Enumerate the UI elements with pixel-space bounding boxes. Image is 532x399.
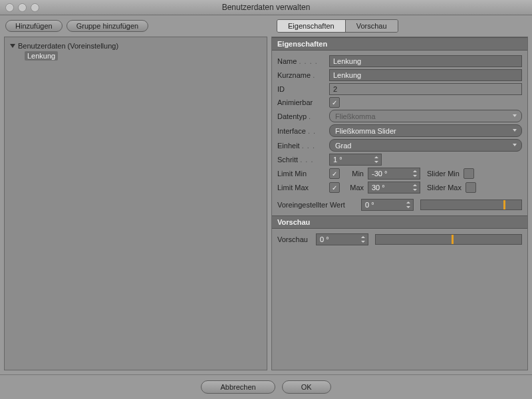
row-einheit: Einheit . . . Grad	[277, 139, 522, 152]
body: Benutzerdaten (Voreinstellung) Lenkung E…	[0, 37, 532, 374]
tree-item-label: Lenkung	[25, 51, 58, 61]
label-datentyp: Datentyp .	[277, 112, 325, 120]
id-field	[329, 83, 522, 95]
slider-max-checkbox[interactable]	[466, 182, 476, 193]
label-max: Max	[344, 184, 364, 192]
tree-panel: Benutzerdaten (Voreinstellung) Lenkung	[4, 37, 267, 370]
tab-vorschau[interactable]: Vorschau	[345, 20, 398, 32]
vorschau-slider[interactable]	[375, 234, 522, 245]
slider-min-checkbox[interactable]	[464, 168, 474, 179]
cancel-button[interactable]: Abbrechen	[201, 380, 275, 394]
max-stepper[interactable]: 30 °	[368, 182, 420, 194]
properties-panel: Eigenschaften Name . . . . Kurzname . ID	[271, 37, 528, 370]
kurzname-field[interactable]	[329, 69, 522, 81]
label-preset: Voreingestellter Wert	[277, 201, 357, 209]
tree-root[interactable]: Benutzerdaten (Voreinstellung)	[10, 41, 261, 51]
label-vorschau: Vorschau	[277, 235, 312, 243]
row-animierbar: Animierbar	[277, 97, 522, 108]
label-schritt: Schritt . . .	[277, 156, 325, 164]
row-vorschau: Vorschau 0 °	[277, 233, 522, 245]
label-slider-min: Slider Min	[427, 170, 460, 178]
row-limit-min: Limit Min Min -30 ° Slider Min	[277, 168, 522, 180]
label-interface: Interface . .	[277, 127, 325, 135]
animierbar-checkbox[interactable]	[329, 97, 340, 108]
row-limit-max: Limit Max Max 30 ° Slider Max	[277, 182, 522, 194]
vorschau-stepper[interactable]: 0 °	[316, 233, 368, 245]
schritt-stepper[interactable]: 1 °	[329, 154, 382, 166]
window: Benutzerdaten verwalten Hinzufügen Grupp…	[0, 0, 532, 399]
label-name: Name . . . .	[277, 57, 325, 65]
tree-item-lenkung[interactable]: Lenkung	[10, 51, 261, 61]
label-kurzname: Kurzname .	[277, 71, 325, 79]
datentyp-select: Fließkomma	[329, 110, 522, 122]
add-button[interactable]: Hinzufügen	[5, 20, 63, 32]
preset-slider[interactable]	[420, 200, 522, 210]
vorschau-slider-handle[interactable]	[452, 235, 454, 244]
label-slider-max: Slider Max	[427, 184, 462, 192]
row-schritt: Schritt . . . 1 °	[277, 154, 522, 166]
titlebar: Benutzerdaten verwalten	[0, 0, 532, 15]
window-title: Benutzerdaten verwalten	[0, 3, 532, 12]
preset-slider-handle[interactable]	[503, 200, 505, 209]
row-kurzname: Kurzname .	[277, 69, 522, 81]
label-min: Min	[344, 170, 364, 178]
label-limit-max: Limit Max	[277, 184, 325, 192]
name-field[interactable]	[329, 55, 522, 67]
preset-stepper[interactable]: 0 °	[361, 199, 414, 211]
right-toolbar: Eigenschaften Vorschau	[275, 15, 404, 37]
tree-root-label: Benutzerdaten (Voreinstellung)	[18, 42, 118, 50]
min-stepper[interactable]: -30 °	[368, 168, 420, 180]
footer: Abbrechen OK	[0, 374, 532, 399]
section-eigenschaften: Eigenschaften	[272, 37, 527, 51]
label-id: ID	[277, 85, 325, 93]
row-interface: Interface . . Fließkomma Slider	[277, 124, 522, 137]
section-vorschau: Vorschau	[272, 215, 527, 229]
left-toolbar: Hinzufügen Gruppe hinzufügen	[0, 15, 275, 37]
chevron-down-icon[interactable]	[10, 44, 15, 48]
properties-list: Name . . . . Kurzname . ID Animierbar	[272, 51, 527, 215]
add-group-button[interactable]: Gruppe hinzufügen	[66, 20, 149, 32]
tree: Benutzerdaten (Voreinstellung) Lenkung	[5, 37, 267, 65]
row-id: ID	[277, 83, 522, 95]
row-preset: Voreingestellter Wert 0 °	[277, 199, 522, 211]
limit-max-checkbox[interactable]	[329, 182, 340, 193]
properties-inner: Eigenschaften Name . . . . Kurzname . ID	[272, 37, 527, 250]
row-name: Name . . . .	[277, 55, 522, 67]
ok-button[interactable]: OK	[282, 380, 331, 394]
tab-eigenschaften[interactable]: Eigenschaften	[277, 20, 345, 32]
row-datentyp: Datentyp . Fließkomma	[277, 110, 522, 122]
limit-min-checkbox[interactable]	[329, 168, 340, 179]
preview-list: Vorschau 0 °	[272, 229, 527, 250]
label-einheit: Einheit . . .	[277, 142, 325, 150]
label-animierbar: Animierbar	[277, 98, 325, 106]
einheit-select[interactable]: Grad	[329, 139, 522, 152]
label-limit-min: Limit Min	[277, 170, 325, 178]
tabs: Eigenschaften Vorschau	[277, 19, 398, 33]
interface-select[interactable]: Fließkomma Slider	[329, 124, 522, 137]
